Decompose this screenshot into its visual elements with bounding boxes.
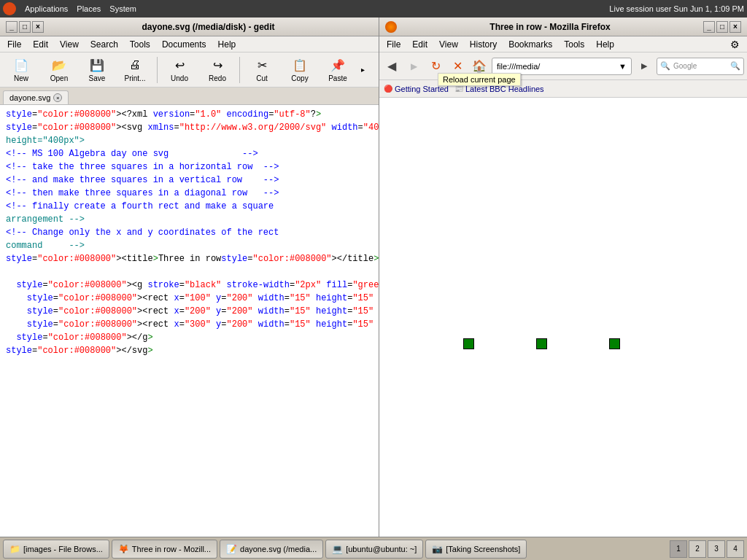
gedit-window-controls: _ □ × <box>6 21 44 33</box>
url-bar[interactable]: file:///media/ ▼ <box>492 58 632 75</box>
gedit-menu-search[interactable]: Search <box>86 38 123 51</box>
gedit-menu-file[interactable]: File <box>3 38 26 51</box>
ff-menu-file[interactable]: File <box>382 38 405 51</box>
menu-applications[interactable]: Applications <box>25 4 68 13</box>
ff-menu-history[interactable]: History <box>465 38 501 51</box>
search-placeholder: Google <box>673 62 697 70</box>
paste-button[interactable]: 📌 Paste <box>320 54 356 86</box>
firefox-content <box>379 98 747 542</box>
taskbar-terminal-icon: 💻 <box>332 544 343 554</box>
copy-label: Copy <box>291 74 308 82</box>
gedit-editor[interactable]: style="color:#008000"><?xml version="1.0… <box>0 105 379 542</box>
firefox-close-button[interactable]: × <box>729 21 741 33</box>
go-button[interactable]: ▶ <box>635 57 654 76</box>
print-icon: 🖨 <box>127 57 143 73</box>
gedit-menu-tools[interactable]: Tools <box>125 38 155 51</box>
gedit-menu-view[interactable]: View <box>55 38 83 51</box>
gedit-tab-dayone[interactable]: dayone.svg × <box>3 90 69 104</box>
back-button[interactable]: ◀ <box>382 57 401 76</box>
cut-icon: ✂ <box>254 57 270 73</box>
print-button[interactable]: 🖨 Print... <box>117 54 153 86</box>
gedit-close-button[interactable]: × <box>32 21 44 33</box>
forward-button[interactable]: ▶ <box>404 57 423 76</box>
undo-label: Undo <box>171 74 188 82</box>
firefox-titlebar: Three in row - Mozilla Firefox _ □ × <box>379 18 747 36</box>
taskbar-gedit-icon: 📝 <box>226 544 237 554</box>
taskbar-filebrowser-label: [images - File Brows... <box>23 545 103 553</box>
menu-places[interactable]: Places <box>77 4 101 13</box>
workspace-4[interactable]: 4 <box>727 540 744 558</box>
top-menu-bar: Applications Places System Live session … <box>0 0 747 18</box>
bookmarks-bar: 🔴 Getting Started 📰 Latest BBC Headlines <box>379 80 747 98</box>
taskbar-terminal-label: [ubuntu@ubuntu: ~] <box>346 545 417 553</box>
gedit-menubar: File Edit View Search Tools Documents He… <box>0 36 379 52</box>
redo-icon: ↪ <box>209 57 225 73</box>
save-icon: 💾 <box>89 57 105 73</box>
taskbar-workspaces: 1 2 3 4 <box>670 540 744 558</box>
copy-icon: 📋 <box>292 57 308 73</box>
gedit-panel: _ □ × dayone.svg (/media/disk) - gedit F… <box>0 18 379 560</box>
workspace-2[interactable]: 2 <box>689 540 706 558</box>
green-square-3 <box>609 338 620 349</box>
top-bar-info: Live session user Sun Jun 1, 1:09 PM <box>609 4 744 13</box>
taskbar-filebrowser[interactable]: 📁 [images - File Brows... <box>3 540 109 559</box>
ff-menu-help[interactable]: Help <box>592 38 619 51</box>
taskbar-terminal[interactable]: 💻 [ubuntu@ubuntu: ~] <box>325 540 423 559</box>
green-square-1 <box>463 338 474 349</box>
ff-menu-bookmarks[interactable]: Bookmarks <box>504 38 557 51</box>
gedit-titlebar: _ □ × dayone.svg (/media/disk) - gedit <box>0 18 379 36</box>
redo-button[interactable]: ↪ Redo <box>199 54 236 86</box>
firefox-window-controls: _ □ × <box>703 21 741 33</box>
url-dropdown-button[interactable]: ▼ <box>619 62 627 71</box>
gedit-tab-bar: dayone.svg × <box>0 88 379 105</box>
ff-menu-view[interactable]: View <box>435 38 462 51</box>
taskbar-gedit[interactable]: 📝 dayone.svg (/media... <box>220 540 323 559</box>
bookmark-icon-1: 🔴 <box>384 85 392 93</box>
url-text: file:///media/ <box>497 62 540 71</box>
toolbar-more-button[interactable]: ▸ <box>357 54 368 86</box>
taskbar-firefox-icon: 🦊 <box>118 544 129 554</box>
ubuntu-icon <box>3 2 16 15</box>
tab-close-button[interactable]: × <box>53 93 62 102</box>
tab-label: dayone.svg <box>9 93 50 102</box>
taskbar-firefox-label: Three in row - Mozill... <box>132 545 211 553</box>
open-icon: 📂 <box>51 57 67 73</box>
workspace-3[interactable]: 3 <box>708 540 725 558</box>
gedit-minimize-button[interactable]: _ <box>6 21 18 33</box>
firefox-maximize-button[interactable]: □ <box>716 21 728 33</box>
firefox-icon <box>385 21 397 33</box>
gedit-menu-edit[interactable]: Edit <box>28 38 53 51</box>
search-bar[interactable]: 🔍 Google 🔍 <box>657 58 744 75</box>
paste-label: Paste <box>328 74 347 82</box>
firefox-panel: Three in row - Mozilla Firefox _ □ × Fil… <box>379 18 747 560</box>
gedit-toolbar: 📄 New 📂 Open 💾 Save 🖨 Print... ↩ Undo ↪ <box>0 52 379 88</box>
taskbar-screenshots[interactable]: 📷 [Taking Screenshots] <box>425 540 527 559</box>
toolbar-separator-1 <box>157 57 158 83</box>
cut-button[interactable]: ✂ Cut <box>244 54 280 86</box>
paste-icon: 📌 <box>330 57 346 73</box>
open-button[interactable]: 📂 Open <box>41 54 77 86</box>
workspace-1[interactable]: 1 <box>670 540 687 558</box>
ff-menu-edit[interactable]: Edit <box>408 38 432 51</box>
copy-button[interactable]: 📋 Copy <box>282 54 318 86</box>
search-icon: 🔍 <box>660 61 670 71</box>
taskbar-gedit-label: dayone.svg (/media... <box>240 545 317 553</box>
firefox-toolbar: ◀ ▶ ↻ ✕ 🏠 file:///media/ ▼ ▶ 🔍 Google 🔍 … <box>379 52 747 80</box>
gedit-menu-help[interactable]: Help <box>214 38 241 51</box>
menu-system[interactable]: System <box>109 4 136 13</box>
firefox-minimize-button[interactable]: _ <box>703 21 715 33</box>
toolbar-separator-2 <box>239 57 240 83</box>
gedit-menu-documents[interactable]: Documents <box>158 38 211 51</box>
new-button[interactable]: 📄 New <box>3 54 39 86</box>
undo-button[interactable]: ↩ Undo <box>161 54 198 86</box>
ff-menu-tools[interactable]: Tools <box>560 38 589 51</box>
save-button[interactable]: 💾 Save <box>79 54 115 86</box>
open-label: Open <box>50 74 68 82</box>
search-go-button[interactable]: 🔍 <box>730 61 740 71</box>
cut-label: Cut <box>256 74 268 82</box>
gedit-maximize-button[interactable]: □ <box>19 21 31 33</box>
redo-label: Redo <box>209 74 226 82</box>
taskbar-firefox[interactable]: 🦊 Three in row - Mozill... <box>112 540 217 559</box>
ff-menu-gear[interactable]: ⚙ <box>726 37 744 52</box>
firefox-menubar: File Edit View History Bookmarks Tools H… <box>379 36 747 52</box>
